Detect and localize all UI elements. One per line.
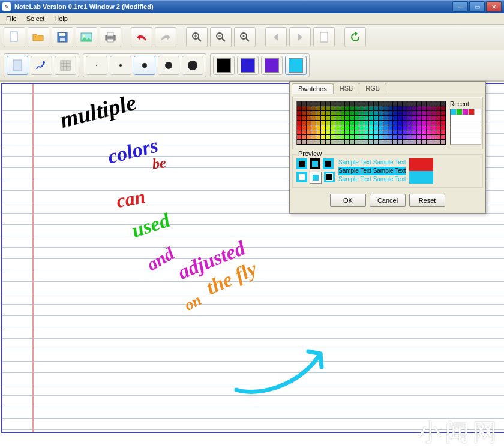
new-doc-button[interactable] (4, 27, 25, 47)
cancel-button[interactable]: Cancel (370, 194, 406, 207)
svg-line-17 (246, 38, 249, 41)
insert-image-button[interactable] (76, 27, 97, 47)
size-1[interactable] (86, 56, 107, 75)
preview-color-block (409, 158, 433, 184)
svg-point-5 (83, 35, 85, 37)
prev-page-icon (271, 32, 281, 42)
prev-page-button[interactable] (265, 27, 287, 47)
color-group (210, 53, 310, 77)
preview-sw (296, 172, 307, 182)
svg-rect-8 (107, 39, 113, 42)
minimize-button[interactable]: ─ (452, 1, 468, 12)
new-doc-icon (9, 31, 20, 43)
svg-point-21 (43, 61, 45, 64)
zoom-out-icon (215, 32, 226, 43)
preview-sw (323, 158, 334, 169)
recent-grid[interactable] (450, 109, 481, 145)
preview-label: Preview (296, 150, 323, 157)
print-button[interactable] (100, 27, 121, 47)
preview-sw (310, 172, 322, 184)
dialog-buttons: OK Cancel Reset (290, 190, 485, 213)
svg-rect-2 (59, 33, 65, 36)
save-button[interactable] (52, 27, 73, 47)
svg-rect-6 (106, 35, 115, 40)
zoom-100-icon (239, 32, 250, 43)
tab-hsb[interactable]: HSB (333, 83, 360, 94)
maximize-button[interactable]: ▭ (469, 1, 485, 12)
svg-rect-4 (81, 33, 92, 41)
svg-rect-7 (107, 32, 113, 36)
zoom-in-icon (191, 32, 202, 43)
svg-rect-0 (10, 32, 17, 41)
svg-point-9 (193, 33, 199, 39)
next-page-button[interactable] (289, 27, 311, 47)
stroke-tool[interactable] (31, 56, 52, 75)
tool-group (4, 53, 79, 77)
menu-file[interactable]: File (2, 14, 20, 23)
svg-point-18 (243, 35, 245, 37)
preview-sw (310, 158, 320, 169)
open-folder-icon (32, 32, 44, 42)
preview-text: Sample Text Sample Text Sample Text Samp… (338, 158, 406, 184)
color-swatch-4[interactable] (285, 56, 307, 75)
color-swatch-icon (217, 58, 231, 73)
close-button[interactable]: ✕ (486, 1, 502, 12)
chooser-tabs: Swatches HSB RGB (290, 82, 485, 94)
svg-rect-3 (60, 38, 65, 41)
color-swatch-icon (241, 58, 255, 73)
refresh-icon (350, 32, 361, 43)
refresh-button[interactable] (344, 27, 366, 47)
print-icon (104, 32, 116, 43)
dot-icon (142, 63, 147, 68)
tab-rgb[interactable]: RGB (359, 83, 386, 94)
zoom-100-button[interactable] (234, 27, 256, 47)
ok-button[interactable]: OK (330, 194, 366, 207)
title-bar: ✎ NoteLab Version 0.1rc1 Window 2 (Modif… (0, 0, 504, 13)
color-swatch-icon (265, 58, 279, 73)
grid-tool-icon (59, 59, 71, 71)
menu-help[interactable]: Help (50, 14, 71, 23)
tab-swatches[interactable]: Swatches (292, 83, 334, 94)
new-page-button[interactable] (313, 27, 335, 47)
svg-point-16 (241, 33, 247, 39)
open-button[interactable] (28, 27, 49, 47)
size-4[interactable] (158, 56, 179, 75)
select-page-tool[interactable] (7, 56, 28, 75)
grid-tool[interactable] (55, 56, 76, 75)
size-5[interactable] (182, 56, 203, 75)
watermark-big: 小闻网 (338, 416, 500, 448)
redo-button[interactable] (155, 27, 176, 47)
app-icon: ✎ (2, 2, 11, 11)
stroke-tool-icon (35, 59, 48, 72)
preview-group: Preview (292, 154, 483, 188)
menu-bar: File Select Help (0, 13, 504, 25)
color-swatch-2[interactable] (237, 56, 259, 75)
reset-button[interactable]: Reset (409, 194, 445, 207)
recent-label: Recent: (450, 101, 470, 107)
zoom-in-button[interactable] (186, 27, 208, 47)
save-icon (57, 32, 68, 43)
color-swatch-3[interactable] (261, 56, 283, 75)
menu-select[interactable]: Select (23, 14, 49, 23)
svg-line-10 (198, 38, 201, 41)
svg-rect-20 (13, 60, 22, 71)
size-2[interactable] (110, 56, 131, 75)
dot-icon (119, 64, 122, 67)
svg-rect-22 (61, 61, 70, 70)
color-swatch-1[interactable] (213, 56, 235, 75)
undo-button[interactable] (131, 27, 152, 47)
svg-line-14 (222, 38, 225, 41)
watermark: 小闻网 XWENW.COM (338, 416, 500, 448)
size-3[interactable] (134, 56, 155, 75)
window-buttons: ─ ▭ ✕ (452, 1, 502, 12)
next-page-icon (295, 32, 305, 42)
dot-icon (188, 61, 197, 70)
zoom-out-button[interactable] (210, 27, 232, 47)
main-area: multiplecolorsbecanusedandadjustedonthe … (0, 81, 504, 448)
size-group (83, 53, 206, 77)
color-swatch-icon (289, 58, 303, 73)
svg-rect-1 (58, 32, 67, 42)
color-chooser: Swatches HSB RGB Recent: Preview (289, 81, 486, 214)
swatch-grid[interactable] (296, 101, 446, 145)
image-icon (80, 32, 92, 42)
